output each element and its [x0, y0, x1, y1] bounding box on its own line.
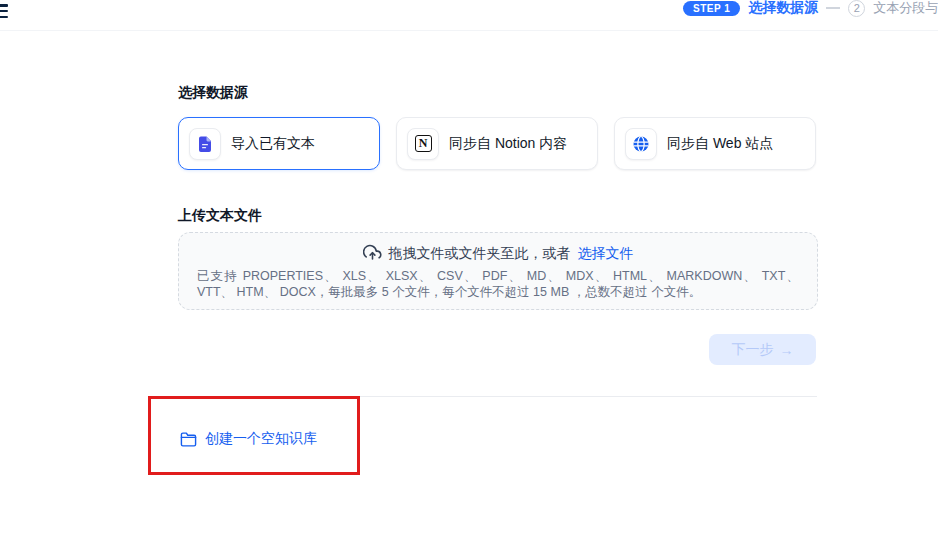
step-separator — [826, 7, 840, 9]
option-sync-web[interactable]: 同步自 Web 站点 — [614, 117, 816, 170]
option-label: 导入已有文本 — [231, 135, 315, 153]
next-step-button[interactable]: 下一步 → — [709, 334, 816, 365]
file-text-icon — [189, 128, 221, 160]
browse-files-link[interactable]: 选择文件 — [578, 245, 634, 263]
dropzone-text: 拖拽文件或文件夹至此，或者 — [389, 245, 571, 263]
step2-number-badge: 2 — [848, 0, 865, 17]
option-label: 同步自 Web 站点 — [667, 135, 773, 153]
step1-badge: STEP 1 — [683, 1, 740, 16]
upload-cloud-icon — [363, 244, 382, 263]
supported-formats-text: 已支持 PROPERTIES、 XLS、 XLSX、 CSV、 PDF、 MD、… — [197, 268, 799, 300]
next-step-label: 下一步 — [732, 341, 774, 359]
option-sync-notion[interactable]: N 同步自 Notion 内容 — [396, 117, 598, 170]
arrow-right-icon: → — [780, 342, 794, 358]
section-divider — [178, 396, 817, 397]
hamburger-icon[interactable] — [0, 4, 8, 18]
option-import-text[interactable]: 导入已有文本 — [178, 117, 380, 170]
create-knowledge-base-page: STEP 1 选择数据源 2 文本分段与清洗 选择数据源 导入已有文本 N — [0, 0, 938, 541]
upload-heading: 上传文本文件 — [178, 207, 262, 225]
option-label: 同步自 Notion 内容 — [449, 135, 567, 153]
datasource-options: 导入已有文本 N 同步自 Notion 内容 同步自 Web 站点 — [178, 117, 818, 170]
top-bar: STEP 1 选择数据源 2 文本分段与清洗 — [0, 0, 938, 31]
file-dropzone[interactable]: 拖拽文件或文件夹至此，或者 选择文件 已支持 PROPERTIES、 XLS、 … — [178, 232, 818, 310]
notion-icon: N — [407, 128, 439, 160]
create-empty-kb-label: 创建一个空知识库 — [205, 430, 317, 448]
step-indicator: STEP 1 选择数据源 2 文本分段与清洗 — [683, 0, 938, 16]
step1-label: 选择数据源 — [748, 0, 818, 17]
dropzone-instruction: 拖拽文件或文件夹至此，或者 选择文件 — [179, 244, 817, 263]
step2-label: 文本分段与清洗 — [873, 0, 938, 17]
datasource-heading: 选择数据源 — [178, 84, 248, 102]
folder-icon — [180, 431, 197, 448]
create-empty-kb-link[interactable]: 创建一个空知识库 — [180, 430, 317, 448]
globe-icon — [625, 128, 657, 160]
